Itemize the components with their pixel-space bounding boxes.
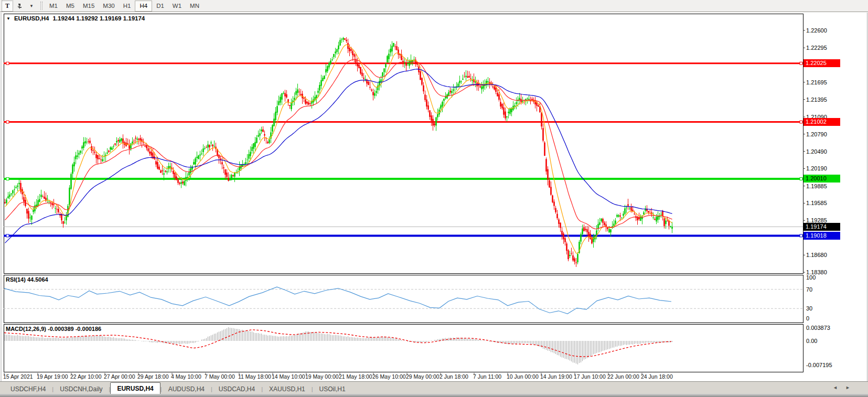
candle-body — [369, 87, 371, 88]
chart-tab-usdchf[interactable]: USDCHF,H4 — [4, 384, 52, 394]
candle-body — [182, 181, 184, 183]
candle-body — [437, 114, 438, 117]
candle-body — [407, 63, 409, 64]
candle-body — [402, 61, 404, 62]
timeframe-button-d1[interactable]: D1 — [152, 1, 168, 11]
candle-body — [475, 81, 476, 82]
candle-body — [325, 69, 327, 72]
candle-body — [297, 89, 298, 92]
timeframe-button-mn[interactable]: MN — [186, 1, 203, 11]
chart-tab-usdcnh[interactable]: USDCNH,Daily — [53, 384, 109, 394]
candle-body — [577, 254, 578, 262]
candle-body — [514, 105, 516, 106]
chart-collapse-icon[interactable]: ▼ — [6, 16, 10, 21]
candle-body — [272, 125, 273, 131]
candle-body — [295, 91, 297, 95]
candle-body — [17, 186, 18, 187]
macd-axis-label: 0.003873 — [806, 325, 830, 331]
arrows-tool-button[interactable] — [14, 1, 25, 11]
candle-body — [394, 47, 396, 47]
candle-body — [144, 146, 146, 147]
candle-body — [621, 218, 623, 218]
chart-tab-eurusd[interactable]: EURUSD,H4 — [110, 382, 160, 394]
candle-body — [73, 162, 75, 166]
candle-body — [465, 76, 467, 77]
candle-body — [138, 139, 140, 140]
candle-body — [229, 179, 231, 180]
candle-body — [36, 205, 37, 206]
hline-handle — [6, 62, 9, 65]
candle-body — [358, 65, 360, 68]
candle-body — [289, 105, 291, 106]
mt4-application-window: T ▾ M1M5M15M30H1H4D1W1MN 1.226001.222951… — [0, 0, 868, 397]
timeframe-button-group: M1M5M15M30H1H4D1W1MN — [45, 1, 203, 12]
timeframe-button-m30[interactable]: M30 — [99, 1, 119, 11]
tab-scroll-right-icon[interactable]: ► — [845, 385, 850, 390]
candle-body — [199, 155, 201, 156]
candle-body — [173, 171, 174, 174]
candle-body — [618, 216, 619, 217]
candle-body — [426, 100, 427, 107]
timeframe-button-h1[interactable]: H1 — [119, 1, 135, 11]
candle-body — [470, 78, 471, 79]
candle-body — [88, 141, 89, 142]
candle-body — [459, 81, 460, 83]
candle-body — [585, 229, 586, 230]
candle-body — [643, 212, 645, 214]
candle-body — [284, 93, 286, 96]
candle-body — [383, 68, 385, 72]
candle-body — [113, 146, 114, 147]
tool-dropdown-caret[interactable]: ▾ — [26, 1, 37, 11]
candle-body — [261, 130, 262, 131]
timeframe-button-m15[interactable]: M15 — [79, 1, 99, 11]
candle-body — [306, 102, 308, 104]
chart-tab-xauusd[interactable]: XAUUSD,H1 — [263, 384, 312, 394]
price-axis-label: 1.18680 — [806, 252, 827, 258]
candle-body — [561, 231, 563, 235]
candle-body — [390, 49, 391, 52]
timeframe-button-m5[interactable]: M5 — [62, 1, 79, 11]
candle-body — [117, 140, 119, 141]
candle-body — [114, 143, 116, 145]
candle-body — [264, 134, 265, 136]
timeframe-button-h4[interactable]: H4 — [135, 1, 152, 12]
chart-tab-audusd[interactable]: AUDUSD,H4 — [162, 384, 211, 394]
candle-body — [276, 106, 278, 112]
candle-body — [158, 167, 160, 170]
candle-body — [6, 199, 7, 203]
candle-body — [341, 39, 342, 40]
candle-body — [613, 223, 615, 226]
candle-body — [250, 152, 251, 156]
candle-body — [190, 168, 191, 173]
candle-body — [619, 216, 621, 217]
candle-body — [558, 219, 560, 224]
candle-body — [220, 158, 221, 159]
chart-tab-usdcad[interactable]: USDCAD,H4 — [212, 384, 261, 394]
candle-body — [542, 128, 544, 141]
candle-body — [385, 64, 387, 67]
candle-body — [248, 154, 250, 159]
hline-handle — [800, 177, 802, 180]
text-tool-button[interactable]: T — [2, 1, 13, 12]
candle-body — [503, 108, 505, 115]
candle-body — [147, 148, 149, 151]
candle-body — [231, 175, 232, 180]
timeframe-button-w1[interactable]: W1 — [168, 1, 186, 11]
tab-scroll-left-icon[interactable]: ◄ — [833, 385, 838, 390]
chart-tabs: USDCHF,H4|USDCNH,Daily|EURUSD,H4|AUDUSD,… — [4, 382, 352, 394]
ma-medium-line — [5, 59, 672, 229]
chart-tab-usoil[interactable]: USOil,H1 — [313, 384, 352, 394]
candle-body — [420, 71, 421, 80]
candle-body — [457, 83, 459, 87]
toolbar-grip[interactable] — [40, 2, 42, 10]
date-axis-label: 4 May 10:00 — [171, 373, 201, 380]
price-axis-label: 1.19585 — [806, 200, 827, 206]
timeframe-button-m1[interactable]: M1 — [45, 1, 62, 11]
candle-body — [204, 148, 206, 148]
hline-handle — [6, 177, 9, 180]
candle-body — [357, 63, 358, 67]
candle-body — [62, 221, 64, 224]
ma-fast-line — [5, 45, 672, 253]
chart-canvas[interactable]: 1.226001.222951.219951.216951.213951.210… — [0, 0, 868, 397]
date-axis-label: 22 Apr 10:00 — [70, 373, 102, 380]
